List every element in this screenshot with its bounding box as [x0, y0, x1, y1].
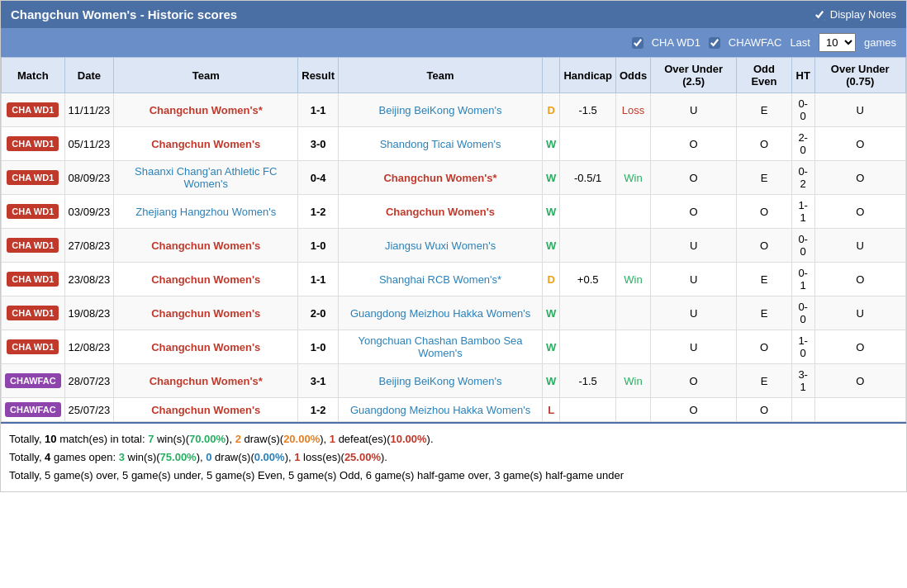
cell-over-under: U: [651, 263, 737, 296]
cell-match: CHA WD1: [2, 93, 65, 127]
display-notes-label: Display Notes: [830, 8, 896, 21]
cell-odds: Loss: [615, 93, 650, 127]
cell-result: 1-0: [298, 330, 339, 364]
col-handicap: Handicap: [560, 58, 616, 93]
cell-team1: Zhejiang Hangzhou Women's: [114, 195, 298, 229]
cell-date: 23/08/23: [64, 263, 114, 296]
header-right: Display Notes: [814, 8, 896, 21]
table-row: CHA WD1 27/08/23 Changchun Women's 1-0 J…: [2, 229, 906, 263]
table-row: CHA WD1 03/09/23 Zhejiang Hangzhou Women…: [2, 195, 906, 229]
cell-odd-even: E: [737, 263, 792, 296]
cell-ht: 0-0: [791, 229, 814, 263]
cell-odds: [615, 127, 650, 161]
table-row: CHAWFAC 25/07/23 Changchun Women's 1-2 G…: [2, 398, 906, 422]
cell-date: 27/08/23: [64, 229, 114, 263]
cell-odds: Win: [615, 364, 650, 398]
cell-over-under: O: [651, 364, 737, 398]
cell-odd-even: O: [737, 195, 792, 229]
cell-team1: Changchun Women's*: [114, 364, 298, 398]
chawfac-checkbox[interactable]: [709, 37, 720, 49]
cell-odd-even: E: [737, 93, 792, 127]
summary: Totally, 10 match(es) in total: 7 win(s)…: [1, 422, 906, 491]
cell-team2: Guangdong Meizhou Hakka Women's: [338, 296, 542, 330]
cell-ht: 0-1: [791, 263, 814, 296]
cell-wd: W: [543, 161, 560, 195]
cell-result: 1-0: [298, 229, 339, 263]
cell-odds: [615, 296, 650, 330]
cha-wd1-label: CHA WD1: [652, 36, 700, 49]
cell-date: 08/09/23: [64, 161, 114, 195]
cell-handicap: -0.5/1: [560, 161, 616, 195]
display-notes-checkbox[interactable]: [814, 9, 825, 21]
cell-team1: Changchun Women's: [114, 229, 298, 263]
cell-match: CHAWFAC: [2, 364, 65, 398]
cell-over-under2: U: [814, 229, 906, 263]
cell-team1: Changchun Women's: [114, 127, 298, 161]
table-row: CHA WD1 08/09/23 Shaanxi Chang'an Athlet…: [2, 161, 906, 195]
cell-ht: 0-2: [791, 161, 814, 195]
cell-ht: 1-0: [791, 330, 814, 364]
cell-date: 12/08/23: [64, 330, 114, 364]
match-badge: CHA WD1: [7, 204, 59, 219]
cell-team2: Changchun Women's*: [338, 161, 542, 195]
cell-over-under2: U: [814, 93, 906, 127]
cell-team1: Changchun Women's*: [114, 93, 298, 127]
cell-wd: D: [543, 93, 560, 127]
cell-over-under2: [814, 398, 906, 422]
table-row: CHA WD1 19/08/23 Changchun Women's 2-0 G…: [2, 296, 906, 330]
cell-team2: Jiangsu Wuxi Women's: [338, 229, 542, 263]
cell-odd-even: O: [737, 330, 792, 364]
cell-over-under2: O: [814, 161, 906, 195]
cell-team2: Yongchuan Chashan Bamboo Sea Women's: [338, 330, 542, 364]
last-label: Last: [790, 36, 810, 49]
cell-result: 1-2: [298, 195, 339, 229]
col-match: Match: [2, 58, 65, 93]
cell-result: 3-1: [298, 364, 339, 398]
cell-match: CHAWFAC: [2, 398, 65, 422]
cell-team1: Changchun Women's: [114, 296, 298, 330]
table-row: CHA WD1 11/11/23 Changchun Women's* 1-1 …: [2, 93, 906, 127]
col-team1: Team: [114, 58, 298, 93]
cha-wd1-checkbox[interactable]: [632, 37, 643, 49]
col-over-under: Over Under (2.5): [651, 58, 737, 93]
cell-over-under2: O: [814, 195, 906, 229]
cell-over-under: O: [651, 398, 737, 422]
cell-odds: [615, 195, 650, 229]
games-label: games: [864, 36, 896, 49]
cell-ht: 0-0: [791, 296, 814, 330]
table-row: CHAWFAC 28/07/23 Changchun Women's* 3-1 …: [2, 364, 906, 398]
cell-odds: [615, 229, 650, 263]
cell-handicap: [560, 195, 616, 229]
cell-odd-even: E: [737, 296, 792, 330]
cell-over-under: O: [651, 161, 737, 195]
cell-team2: Shandong Ticai Women's: [338, 127, 542, 161]
cell-wd: W: [543, 296, 560, 330]
match-badge: CHA WD1: [7, 339, 59, 354]
cell-team2: Beijing BeiKong Women's: [338, 364, 542, 398]
match-badge: CHA WD1: [7, 272, 59, 287]
cell-date: 28/07/23: [64, 364, 114, 398]
cell-result: 3-0: [298, 127, 339, 161]
cell-handicap: [560, 127, 616, 161]
cell-date: 05/11/23: [64, 127, 114, 161]
cell-result: 2-0: [298, 296, 339, 330]
cell-result: 1-1: [298, 93, 339, 127]
cell-over-under2: O: [814, 263, 906, 296]
cell-team2: Beijing BeiKong Women's: [338, 93, 542, 127]
cell-over-under: U: [651, 296, 737, 330]
cell-odd-even: O: [737, 229, 792, 263]
table-row: CHA WD1 12/08/23 Changchun Women's 1-0 Y…: [2, 330, 906, 364]
cell-over-under2: U: [814, 296, 906, 330]
cell-date: 19/08/23: [64, 296, 114, 330]
cell-odds: Win: [615, 161, 650, 195]
cell-handicap: [560, 398, 616, 422]
cell-over-under: O: [651, 195, 737, 229]
cell-match: CHA WD1: [2, 330, 65, 364]
cell-odds: [615, 330, 650, 364]
match-badge: CHAWFAC: [5, 402, 61, 417]
cell-ht: 3-1: [791, 364, 814, 398]
match-badge: CHA WD1: [7, 102, 59, 117]
games-select[interactable]: 10 5 15 20 All: [819, 33, 856, 52]
col-result: Result: [298, 58, 339, 93]
col-odd-even: Odd Even: [737, 58, 792, 93]
